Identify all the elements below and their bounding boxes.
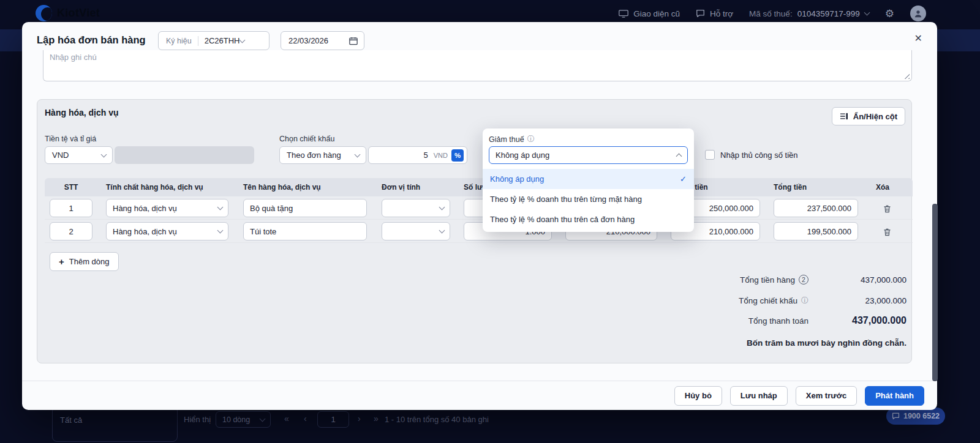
discount-unit-percent-toggle[interactable]: % xyxy=(451,149,464,162)
tax-reduction-value: Không áp dụng xyxy=(489,151,549,160)
page-number-input[interactable]: 1 xyxy=(317,411,349,428)
next-page-button[interactable]: › xyxy=(358,414,361,423)
chevron-down-icon xyxy=(101,151,107,157)
chevron-up-icon xyxy=(676,154,682,160)
discount-value: 5 xyxy=(374,151,428,160)
stt-input[interactable]: 2 xyxy=(50,222,92,240)
modal-footer: Hủy bỏ Lưu nháp Xem trước Phát hành xyxy=(22,381,937,410)
grand-total-row: Tổng thanh toán 437,000.000 xyxy=(748,315,907,326)
tax-code-selector[interactable]: Mã số thuế: 0104359717-999 xyxy=(749,9,869,18)
col-delete: Xóa xyxy=(864,183,901,192)
item-type-select[interactable]: Hàng hóa, dịch vụ xyxy=(106,222,228,240)
col-unit: Đơn vị tính xyxy=(382,183,420,192)
cancel-button[interactable]: Hủy bỏ xyxy=(674,386,722,406)
dropdown-option[interactable]: Theo tỷ lệ % doanh thu trên từng mặt hàn… xyxy=(483,189,694,209)
hotline-button[interactable]: 1900 6522 xyxy=(886,408,945,425)
col-name: Tên hàng hóa, dịch vụ xyxy=(243,183,321,192)
dropdown-option[interactable]: Theo tỷ lệ % doanh thu trên cả đơn hàng xyxy=(483,209,694,229)
exchange-rate-input xyxy=(115,146,254,164)
resize-handle-icon[interactable] xyxy=(903,73,910,79)
item-name-input[interactable]: Túi tote xyxy=(243,222,367,240)
toggle-columns-label: Ẩn/Hiện cột xyxy=(853,112,897,121)
trash-icon[interactable] xyxy=(880,225,894,239)
tax-code-value: 0104359717-999 xyxy=(797,9,860,18)
columns-icon xyxy=(840,113,848,120)
preview-button[interactable]: Xem trước xyxy=(796,386,857,406)
publish-button[interactable]: Phát hành xyxy=(865,386,924,406)
brand-name: KiotViet xyxy=(57,7,100,20)
invoice-symbol-select[interactable]: Ký hiệu 2C26THH xyxy=(158,31,270,50)
last-page-button[interactable]: » xyxy=(374,414,379,423)
old-interface-link[interactable]: Giao diện cũ xyxy=(619,9,680,18)
page-size-select[interactable]: 10 dòng xyxy=(216,411,271,428)
grand-total-label: Tổng thanh toán xyxy=(748,316,809,326)
subtotal-label: Tổng tiền hàng xyxy=(740,275,795,285)
dropdown-option-selected[interactable]: Không áp dụng ✓ xyxy=(483,169,694,189)
filter-all-label[interactable]: Tất cả xyxy=(60,415,82,425)
save-draft-button[interactable]: Lưu nháp xyxy=(730,386,788,406)
tax-reduction-select[interactable]: Không áp dụng xyxy=(489,146,688,164)
info-icon: ⓘ xyxy=(527,134,535,144)
discount-label: Chọn chiết khấu xyxy=(279,135,334,143)
chat-bubble-icon xyxy=(696,9,705,18)
discount-total-value: 23,000.000 xyxy=(809,296,907,305)
col-type: Tính chất hàng hóa, dịch vụ xyxy=(106,183,203,192)
currency-select[interactable]: VND xyxy=(45,146,113,164)
invoice-date-picker[interactable]: 22/03/2026 xyxy=(281,31,364,50)
chevron-down-icon xyxy=(439,204,445,210)
total-value: 199,500.000 xyxy=(807,227,851,236)
tax-reduction-label: Giảm thuế xyxy=(489,135,524,144)
kiotviet-logo-icon xyxy=(36,5,52,21)
grand-total-value: 437,000.000 xyxy=(809,315,907,326)
amount-value: 250,000.000 xyxy=(709,204,753,213)
modal-title: Lập hóa đơn bán hàng xyxy=(37,34,146,46)
first-page-button[interactable]: « xyxy=(284,414,289,423)
page-number-value: 1 xyxy=(331,415,335,424)
item-name-value: Bộ quà tặng xyxy=(244,204,293,213)
total-input[interactable]: 237,500.000 xyxy=(774,199,858,217)
total-value: 237,500.000 xyxy=(807,204,851,213)
unit-select[interactable] xyxy=(382,199,450,217)
stt-value: 1 xyxy=(69,204,73,213)
monitor-icon xyxy=(619,10,628,18)
symbol-value: 2C26THH xyxy=(205,36,240,45)
stt-value: 2 xyxy=(69,227,73,236)
item-name-input[interactable]: Bộ quà tặng xyxy=(243,199,367,217)
unit-select[interactable] xyxy=(382,222,450,240)
discount-type-select[interactable]: Theo đơn hàng xyxy=(279,146,366,164)
discount-total-label: Tổng chiết khấu xyxy=(739,296,797,305)
close-icon[interactable]: ✕ xyxy=(914,32,922,44)
brand[interactable]: KiotViet xyxy=(36,5,100,21)
chevron-down-icon xyxy=(217,228,224,234)
total-input[interactable]: 199,500.000 xyxy=(774,222,858,240)
discount-value-input[interactable]: 5 VND % xyxy=(368,146,467,164)
item-count-badge: 2 xyxy=(799,275,809,285)
stt-input[interactable]: 1 xyxy=(50,199,92,217)
col-stt: STT xyxy=(50,183,92,192)
filter-panel-fragment: Tất cả xyxy=(52,406,178,442)
item-type-value: Hàng hóa, dịch vụ xyxy=(107,227,177,236)
avatar[interactable] xyxy=(910,6,926,21)
prev-page-button[interactable]: ‹ xyxy=(304,414,307,423)
person-icon xyxy=(914,9,922,18)
scrollbar[interactable] xyxy=(932,204,938,381)
note-textarea[interactable]: Nhập ghi chú xyxy=(43,50,912,81)
checkbox[interactable] xyxy=(705,150,715,160)
chat-bubble-icon xyxy=(892,412,900,420)
trash-icon[interactable] xyxy=(880,202,894,215)
date-value: 22/03/2026 xyxy=(281,36,328,45)
chevron-down-icon xyxy=(239,37,245,43)
support-link[interactable]: Hỗ trợ xyxy=(696,9,733,18)
item-name-value: Túi tote xyxy=(244,227,276,236)
chevron-down-icon xyxy=(260,415,266,422)
old-interface-label: Giao diện cũ xyxy=(633,9,680,18)
display-label: Hiển thị xyxy=(184,415,211,424)
gear-icon[interactable]: ⚙ xyxy=(885,7,894,20)
toggle-columns-button[interactable]: Ẩn/Hiện cột xyxy=(832,107,905,125)
item-type-select[interactable]: Hàng hóa, dịch vụ xyxy=(106,199,228,217)
col-total: Tổng tiền xyxy=(774,183,807,192)
option-label: Không áp dụng xyxy=(490,174,544,184)
discount-unit-vnd-toggle[interactable]: VND xyxy=(434,152,448,159)
add-row-button[interactable]: + Thêm dòng xyxy=(50,252,119,271)
manual-amount-checkbox-row[interactable]: Nhập thủ công số tiền xyxy=(705,150,797,160)
